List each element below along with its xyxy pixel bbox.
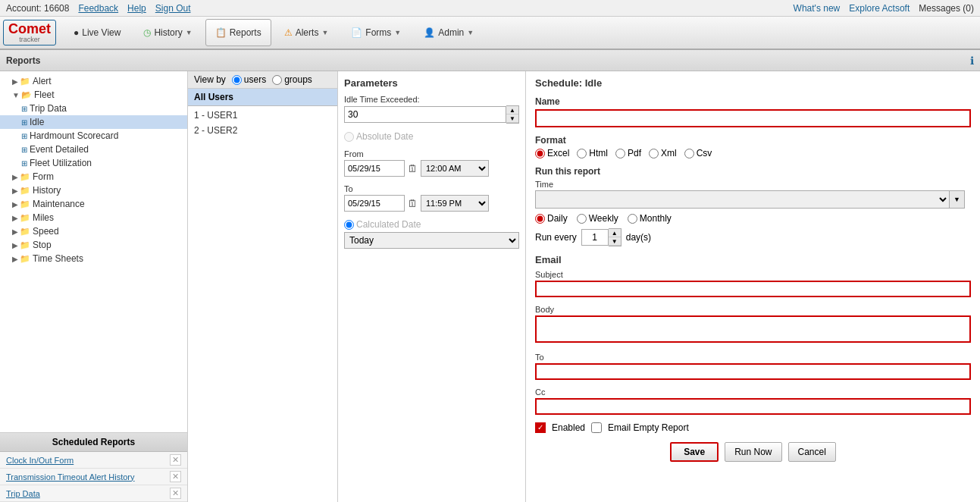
nav-history-label: History bbox=[154, 27, 182, 38]
sidebar-item-maintenance[interactable]: ▶ 📁 Maintenance bbox=[0, 197, 187, 211]
sidebar-maintenance-label: Maintenance bbox=[33, 199, 85, 209]
explore-link[interactable]: Explore Actsoft bbox=[849, 3, 910, 14]
nav-history[interactable]: ◷ History ▼ bbox=[133, 19, 202, 46]
idle-time-input[interactable] bbox=[344, 106, 506, 123]
feedback-link[interactable]: Feedback bbox=[78, 3, 118, 14]
format-csv[interactable]: Csv bbox=[684, 148, 712, 158]
sidebar-item-hardmount[interactable]: ⊞ Hardmount Scorecard bbox=[0, 129, 187, 143]
sidebar-item-time-sheets[interactable]: ▶ 📁 Time Sheets bbox=[0, 252, 187, 265]
reports-icon: 📋 bbox=[215, 27, 227, 38]
to-calendar-icon[interactable]: 🗓 bbox=[408, 198, 418, 209]
to-date-input[interactable] bbox=[344, 195, 405, 212]
view-by-users-option[interactable]: users bbox=[232, 74, 266, 85]
scheduled-item-clockin[interactable]: Clock In/Out Form ✕ bbox=[0, 452, 187, 469]
calculated-date-select[interactable]: Today Yesterday This Week Last Week This… bbox=[344, 232, 519, 249]
nav-reports[interactable]: 📋 Reports bbox=[205, 19, 271, 46]
run-now-button[interactable]: Run Now bbox=[725, 442, 781, 462]
email-to-input[interactable] bbox=[535, 363, 971, 380]
format-html[interactable]: Html bbox=[577, 148, 608, 158]
save-button[interactable]: Save bbox=[670, 442, 719, 462]
messages-link[interactable]: Messages (0) bbox=[919, 3, 974, 14]
freq-monthly[interactable]: Monthly bbox=[628, 213, 672, 224]
absolute-date-option[interactable]: Absolute Date bbox=[344, 131, 519, 142]
run-every-input[interactable] bbox=[581, 229, 609, 246]
sidebar-item-trip-data[interactable]: ⊞ Trip Data bbox=[0, 102, 187, 115]
sidebar-item-idle[interactable]: ⊞ Idle bbox=[0, 115, 187, 129]
idle-time-up[interactable]: ▲ bbox=[506, 106, 518, 115]
format-xml-radio[interactable] bbox=[649, 149, 659, 158]
view-by-groups-option[interactable]: groups bbox=[272, 74, 312, 85]
email-empty-checkbox[interactable] bbox=[591, 422, 602, 433]
scheduled-item-transmission[interactable]: Transmission Timeout Alert History ✕ bbox=[0, 469, 187, 485]
freq-monthly-radio[interactable] bbox=[628, 214, 637, 224]
user-item-1[interactable]: 1 - USER1 bbox=[188, 108, 337, 123]
sidebar-item-speed[interactable]: ▶ 📁 Speed bbox=[0, 224, 187, 238]
format-pdf[interactable]: Pdf bbox=[615, 148, 641, 158]
admin-icon: 👤 bbox=[424, 27, 435, 38]
calculated-date-radio[interactable] bbox=[344, 220, 354, 230]
freq-weekly-radio[interactable] bbox=[577, 214, 587, 224]
freq-daily-radio[interactable] bbox=[535, 214, 545, 224]
whats-new-link[interactable]: What's new bbox=[794, 3, 841, 14]
sidebar-item-stop[interactable]: ▶ 📁 Stop bbox=[0, 238, 187, 252]
sidebar-item-fleet[interactable]: ▼ 📂 Fleet bbox=[0, 88, 187, 102]
view-by-groups-radio[interactable] bbox=[272, 75, 282, 85]
sidebar-item-miles[interactable]: ▶ 📁 Miles bbox=[0, 211, 187, 224]
subject-label: Subject bbox=[535, 270, 971, 279]
nav-alerts[interactable]: ⚠ Alerts ▼ bbox=[274, 19, 339, 46]
view-by-users-radio[interactable] bbox=[232, 75, 242, 85]
from-date-input[interactable] bbox=[344, 160, 405, 177]
calculated-date-option[interactable]: Calculated Date bbox=[344, 219, 519, 230]
time-dropdown-btn[interactable]: ▼ bbox=[950, 190, 965, 209]
help-link[interactable]: Help bbox=[127, 3, 146, 14]
info-icon[interactable]: ℹ bbox=[970, 55, 974, 67]
sidebar-item-event-detailed[interactable]: ⊞ Event Detailed bbox=[0, 143, 187, 156]
format-pdf-label: Pdf bbox=[628, 148, 641, 158]
to-time-select[interactable]: 11:59 PM bbox=[421, 195, 489, 212]
time-select[interactable] bbox=[535, 190, 950, 209]
nav-bar: Comet tracker ● Live View ◷ History ▼ 📋 … bbox=[0, 17, 980, 50]
subject-input[interactable] bbox=[535, 281, 971, 297]
format-csv-radio[interactable] bbox=[684, 149, 694, 158]
format-field-label: Format bbox=[535, 135, 971, 146]
freq-weekly[interactable]: Weekly bbox=[577, 213, 618, 224]
freq-daily[interactable]: Daily bbox=[535, 213, 568, 224]
signout-link[interactable]: Sign Out bbox=[155, 3, 191, 14]
cc-input[interactable] bbox=[535, 398, 971, 415]
scheduled-item-clockin-close[interactable]: ✕ bbox=[170, 454, 181, 466]
sidebar-item-fleet-utilization[interactable]: ⊞ Fleet Utilization bbox=[0, 156, 187, 170]
idle-time-down[interactable]: ▼ bbox=[506, 115, 518, 123]
scheduled-item-trip-data-close[interactable]: ✕ bbox=[170, 488, 181, 499]
cancel-button[interactable]: Cancel bbox=[788, 442, 836, 462]
format-html-radio[interactable] bbox=[577, 149, 587, 158]
format-xml-label: Xml bbox=[661, 148, 677, 158]
nav-admin[interactable]: 👤 Admin ▼ bbox=[414, 19, 484, 46]
sidebar-item-history[interactable]: ▶ 📁 History bbox=[0, 184, 187, 197]
name-group: Name bbox=[535, 96, 971, 127]
nav-forms[interactable]: 📄 Forms ▼ bbox=[341, 19, 411, 46]
format-excel[interactable]: Excel bbox=[535, 148, 569, 158]
history-arrow-icon: ▼ bbox=[186, 29, 193, 36]
from-time-select[interactable]: 12:00 AM bbox=[421, 160, 489, 177]
scheduled-item-transmission-close[interactable]: ✕ bbox=[170, 471, 181, 482]
body-label: Body bbox=[535, 305, 971, 314]
format-xml[interactable]: Xml bbox=[649, 148, 677, 158]
sidebar-item-alert[interactable]: ▶ 📁 Alert bbox=[0, 74, 187, 88]
absolute-date-label: Absolute Date bbox=[356, 131, 413, 142]
view-by-bar: View by users groups bbox=[188, 71, 337, 89]
user-item-2[interactable]: 2 - USER2 bbox=[188, 123, 337, 138]
body-textarea[interactable] bbox=[535, 315, 971, 343]
from-calendar-icon[interactable]: 🗓 bbox=[408, 163, 418, 174]
format-pdf-radio[interactable] bbox=[615, 149, 625, 158]
nav-live-view[interactable]: ● Live View bbox=[64, 19, 130, 46]
absolute-date-radio[interactable] bbox=[344, 132, 354, 142]
users-list-header: All Users bbox=[188, 89, 337, 106]
history-folder-icon: 📁 bbox=[20, 186, 30, 196]
name-input[interactable] bbox=[535, 109, 971, 127]
run-every-up[interactable]: ▲ bbox=[609, 229, 621, 237]
run-every-down[interactable]: ▼ bbox=[609, 237, 621, 246]
sidebar-item-form[interactable]: ▶ 📁 Form bbox=[0, 170, 187, 184]
enabled-checkbox[interactable] bbox=[535, 422, 546, 433]
format-excel-radio[interactable] bbox=[535, 149, 545, 158]
scheduled-item-trip-data[interactable]: Trip Data ✕ bbox=[0, 485, 187, 502]
